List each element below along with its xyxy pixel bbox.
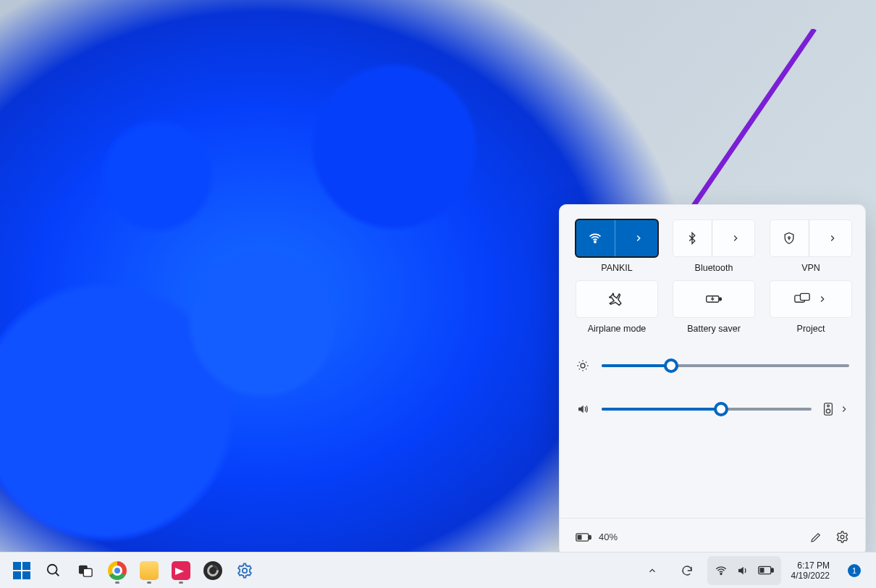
svg-point-7 bbox=[581, 364, 585, 368]
start-button[interactable] bbox=[7, 556, 36, 585]
svg-point-18 bbox=[243, 568, 247, 572]
svg-point-15 bbox=[48, 564, 57, 574]
wifi-icon bbox=[715, 564, 728, 577]
bluetooth-label: Bluetooth bbox=[695, 263, 733, 273]
battery-icon bbox=[758, 566, 774, 575]
battery-icon bbox=[576, 532, 591, 542]
vpn-tile[interactable] bbox=[770, 219, 852, 257]
obs-taskbar-button[interactable] bbox=[198, 556, 227, 585]
volume-slider[interactable] bbox=[602, 402, 812, 416]
svg-rect-17 bbox=[83, 568, 92, 576]
tray-overflow-button[interactable] bbox=[638, 556, 667, 585]
bluetooth-tile[interactable] bbox=[673, 219, 755, 257]
svg-rect-6 bbox=[800, 293, 809, 300]
send-app-taskbar-button[interactable] bbox=[167, 556, 195, 585]
bluetooth-toggle[interactable] bbox=[673, 220, 712, 256]
clock-time: 6:17 PM bbox=[797, 560, 830, 571]
chevron-right-icon bbox=[633, 233, 644, 243]
svg-point-9 bbox=[826, 409, 830, 413]
clock-date: 4/19/2022 bbox=[791, 571, 830, 581]
chevron-right-icon bbox=[827, 233, 838, 243]
svg-point-19 bbox=[720, 573, 722, 574]
search-button[interactable] bbox=[39, 556, 68, 585]
brightness-icon bbox=[576, 359, 590, 372]
bluetooth-icon bbox=[686, 232, 699, 245]
vpn-toggle[interactable] bbox=[770, 220, 809, 256]
settings-button[interactable] bbox=[835, 530, 849, 544]
volume-icon bbox=[576, 403, 590, 416]
quick-settings-panel: PANKIL Bluetooth bbox=[559, 204, 866, 556]
wifi-tile[interactable] bbox=[576, 219, 658, 257]
edit-quick-settings-button[interactable] bbox=[809, 531, 822, 544]
battery-status[interactable]: 40% bbox=[576, 532, 618, 542]
obs-icon bbox=[203, 561, 222, 580]
chrome-taskbar-button[interactable] bbox=[103, 556, 132, 585]
windows-logo-icon bbox=[13, 562, 30, 579]
airplane-icon bbox=[609, 291, 625, 307]
wifi-toggle[interactable] bbox=[576, 220, 615, 256]
vpn-label: VPN bbox=[801, 263, 820, 273]
battery-saver-tile[interactable] bbox=[673, 280, 755, 318]
bluetooth-expand[interactable] bbox=[717, 220, 755, 256]
task-view-button[interactable] bbox=[71, 556, 100, 585]
audio-output-icon[interactable] bbox=[823, 403, 833, 416]
battery-saver-icon bbox=[705, 292, 723, 306]
chevron-right-icon bbox=[817, 294, 827, 304]
battery-saver-label: Battery saver bbox=[687, 324, 741, 334]
svg-point-10 bbox=[827, 405, 830, 407]
airplane-label: Airplane mode bbox=[588, 324, 647, 334]
chrome-icon bbox=[108, 561, 127, 580]
volume-slider-row bbox=[576, 402, 849, 416]
file-explorer-taskbar-button[interactable] bbox=[135, 556, 164, 585]
taskbar: 6:17 PM 4/19/2022 1 bbox=[0, 552, 876, 588]
wifi-icon bbox=[588, 231, 602, 245]
svg-rect-21 bbox=[771, 568, 773, 572]
chevron-right-icon[interactable] bbox=[839, 404, 849, 414]
shield-lock-icon bbox=[782, 231, 796, 245]
svg-rect-13 bbox=[578, 534, 582, 539]
vpn-expand[interactable] bbox=[814, 220, 852, 256]
search-icon bbox=[46, 563, 62, 579]
project-tile[interactable] bbox=[770, 280, 852, 318]
wifi-expand[interactable] bbox=[620, 220, 658, 256]
system-tray-group[interactable] bbox=[707, 556, 781, 585]
project-label: Project bbox=[797, 324, 825, 334]
svg-rect-22 bbox=[759, 568, 764, 573]
sync-icon bbox=[681, 564, 694, 577]
svg-point-1 bbox=[594, 241, 596, 243]
svg-point-2 bbox=[788, 237, 791, 239]
svg-rect-12 bbox=[589, 535, 591, 539]
svg-point-14 bbox=[841, 535, 844, 539]
battery-text: 40% bbox=[599, 532, 618, 542]
file-explorer-icon bbox=[140, 561, 159, 580]
task-view-icon bbox=[77, 563, 93, 578]
quick-settings-tiles: PANKIL Bluetooth bbox=[576, 219, 849, 334]
project-icon bbox=[794, 293, 810, 306]
brightness-slider-row bbox=[576, 358, 849, 373]
brightness-slider[interactable] bbox=[602, 358, 849, 373]
notification-count-badge: 1 bbox=[848, 564, 861, 577]
notifications-button[interactable]: 1 bbox=[840, 556, 869, 585]
taskbar-clock[interactable]: 6:17 PM 4/19/2022 bbox=[787, 560, 834, 581]
volume-icon bbox=[736, 564, 749, 577]
quick-settings-footer: 40% bbox=[560, 518, 865, 555]
settings-taskbar-button[interactable] bbox=[230, 556, 259, 585]
onedrive-sync-tray-icon[interactable] bbox=[673, 556, 702, 585]
chevron-up-icon bbox=[647, 566, 657, 576]
svg-rect-4 bbox=[720, 298, 722, 300]
send-icon bbox=[172, 561, 190, 580]
airplane-mode-tile[interactable] bbox=[576, 280, 658, 318]
gear-icon bbox=[236, 562, 253, 579]
wifi-label: PANKIL bbox=[601, 263, 633, 273]
chevron-right-icon bbox=[730, 233, 741, 243]
